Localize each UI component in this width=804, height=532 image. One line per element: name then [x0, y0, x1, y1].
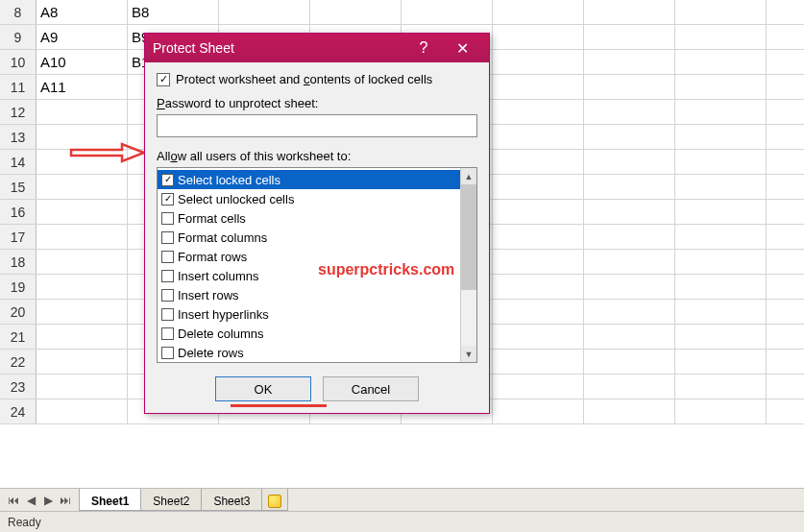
cell[interactable]: [493, 0, 584, 24]
permission-item[interactable]: Format rows: [158, 247, 460, 266]
cell[interactable]: [584, 200, 675, 224]
cell[interactable]: [37, 250, 128, 274]
cell[interactable]: [584, 225, 675, 249]
cell[interactable]: [37, 100, 128, 124]
row-header[interactable]: 22: [0, 350, 37, 374]
cell[interactable]: [493, 275, 584, 299]
cell[interactable]: [493, 200, 584, 224]
cell[interactable]: [584, 250, 675, 274]
cell[interactable]: [37, 200, 128, 224]
cell[interactable]: [675, 325, 767, 349]
cell[interactable]: [219, 0, 310, 24]
cell[interactable]: [37, 300, 128, 324]
scroll-thumb[interactable]: [461, 184, 476, 290]
permission-item[interactable]: Select unlocked cells: [158, 189, 460, 208]
permission-checkbox[interactable]: [161, 231, 174, 244]
permission-checkbox[interactable]: [161, 251, 174, 263]
permissions-listbox[interactable]: Select locked cellsSelect unlocked cells…: [157, 167, 477, 363]
cell[interactable]: [493, 175, 584, 199]
cell[interactable]: [493, 50, 584, 74]
permission-item[interactable]: Format cells: [158, 208, 460, 228]
permission-checkbox[interactable]: [161, 212, 174, 225]
cell[interactable]: [37, 325, 128, 349]
cell[interactable]: [37, 375, 128, 399]
row-header[interactable]: 12: [0, 100, 37, 124]
cancel-button[interactable]: Cancel: [323, 376, 419, 401]
cell[interactable]: [402, 0, 493, 24]
cell[interactable]: [584, 25, 675, 49]
cell[interactable]: A11: [37, 75, 128, 99]
cell[interactable]: [584, 100, 675, 124]
row-header[interactable]: 14: [0, 150, 37, 174]
permission-item[interactable]: Insert rows: [158, 285, 460, 304]
cell[interactable]: [493, 225, 584, 249]
cell[interactable]: [493, 75, 584, 99]
cell[interactable]: [584, 125, 675, 149]
cell[interactable]: [37, 275, 128, 299]
permission-item[interactable]: Insert columns: [158, 266, 460, 285]
cell[interactable]: [675, 300, 767, 324]
cell[interactable]: [310, 0, 402, 24]
cell[interactable]: [675, 250, 767, 274]
cell[interactable]: [493, 250, 584, 274]
cell[interactable]: [584, 375, 675, 399]
row-header[interactable]: 13: [0, 125, 37, 149]
scroll-down-button[interactable]: ▼: [461, 346, 476, 362]
permission-checkbox[interactable]: [161, 347, 174, 359]
permission-checkbox[interactable]: [161, 270, 174, 282]
cell[interactable]: [584, 150, 675, 174]
cell[interactable]: [493, 350, 584, 374]
cell[interactable]: A8: [37, 0, 128, 24]
cell[interactable]: [493, 150, 584, 174]
row-header[interactable]: 21: [0, 325, 37, 349]
row-header[interactable]: 15: [0, 175, 37, 199]
cell[interactable]: [493, 300, 584, 324]
cell[interactable]: [37, 175, 128, 199]
permission-checkbox[interactable]: [161, 289, 174, 302]
help-button[interactable]: ?: [404, 39, 443, 57]
cell[interactable]: [37, 399, 128, 423]
permission-item[interactable]: Select locked cells: [158, 170, 460, 189]
protect-checkbox[interactable]: [157, 73, 170, 86]
sheet-tab[interactable]: Sheet2: [140, 489, 202, 511]
cell[interactable]: [584, 300, 675, 324]
cell[interactable]: A9: [37, 25, 128, 49]
cell[interactable]: [675, 375, 767, 399]
cell[interactable]: [37, 350, 128, 374]
cell[interactable]: [675, 150, 767, 174]
row-header[interactable]: 16: [0, 200, 37, 224]
permission-checkbox[interactable]: [161, 174, 174, 186]
cell[interactable]: [584, 399, 675, 423]
permission-item[interactable]: Format columns: [158, 228, 460, 247]
nav-next-icon[interactable]: ▶: [40, 493, 56, 508]
sheet-tab[interactable]: Sheet1: [79, 489, 141, 511]
cell[interactable]: [37, 150, 128, 174]
cell[interactable]: [493, 100, 584, 124]
cell[interactable]: [584, 50, 675, 74]
row-header[interactable]: 8: [0, 0, 37, 24]
permission-item[interactable]: Delete rows: [158, 343, 460, 362]
cell[interactable]: [675, 75, 767, 99]
cell[interactable]: [675, 125, 767, 149]
cell[interactable]: [675, 350, 767, 374]
row-header[interactable]: 10: [0, 50, 37, 74]
row-header[interactable]: 19: [0, 275, 37, 299]
row-header[interactable]: 11: [0, 75, 37, 99]
row-header[interactable]: 18: [0, 250, 37, 274]
new-sheet-button[interactable]: [261, 489, 288, 511]
nav-prev-icon[interactable]: ◀: [23, 493, 38, 508]
ok-button[interactable]: OK: [215, 376, 311, 401]
scrollbar[interactable]: ▲ ▼: [460, 168, 476, 362]
cell[interactable]: [675, 50, 767, 74]
row-header[interactable]: 23: [0, 375, 37, 399]
row-header[interactable]: 20: [0, 300, 37, 324]
cell[interactable]: A10: [37, 50, 128, 74]
cell[interactable]: [37, 225, 128, 249]
cell[interactable]: [675, 399, 767, 423]
close-button[interactable]: ✕: [443, 39, 481, 58]
cell[interactable]: [584, 275, 675, 299]
row-header[interactable]: 17: [0, 225, 37, 249]
permission-item[interactable]: Insert hyperlinks: [158, 304, 460, 324]
cell[interactable]: [584, 175, 675, 199]
cell[interactable]: [675, 275, 767, 299]
